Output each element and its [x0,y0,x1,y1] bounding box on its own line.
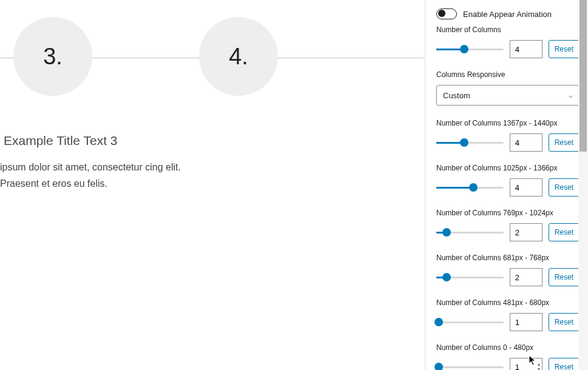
bp1-row: Reset [436,133,580,152]
bp5-row: Reset [436,313,580,331]
bp2-label: Number of Columns 1025px - 1366px [436,164,580,172]
num-columns-slider[interactable] [436,44,504,55]
editor-canvas: 3. 4. Example Title Text 3 ipsum dolor s… [0,0,425,370]
num-columns-row: Reset [436,40,580,58]
bp2-row: Reset [436,178,580,197]
enable-animation-label: Enable Appear Animation [463,10,552,19]
bp1-input[interactable] [510,133,542,152]
bp3-input[interactable] [510,223,542,241]
bp1-slider[interactable] [436,137,504,148]
bp1-reset[interactable]: Reset [549,133,580,152]
step-circle-4: 4. [199,17,278,96]
step-title: Example Title Text 3 [0,133,206,148]
bp6-slider[interactable] [436,362,504,370]
enable-animation-toggle[interactable] [436,8,457,19]
bp4-reset[interactable]: Reset [549,268,580,286]
num-columns-label: Number of Columns [436,25,580,34]
bp1-label: Number of Columns 1367px - 1440px [436,119,580,127]
bp2-reset[interactable]: Reset [549,178,580,197]
bp6-row: ▴▾ Reset [436,358,580,370]
bp4-label: Number of Columns 681px - 768px [436,254,580,262]
columns-responsive-label: Columns Responsive [436,70,580,79]
bp6-label: Number of Columns 0 - 480px [436,343,580,352]
bp4-input[interactable] [510,268,542,286]
scrollbar-track[interactable] [578,0,588,370]
bp5-slider[interactable] [436,317,504,328]
steps-row: 3. 4. [0,0,425,103]
step-description: ipsum dolor sit amet, consectetur cing e… [0,159,206,192]
num-columns-input[interactable] [510,40,542,58]
bp5-reset[interactable]: Reset [549,313,580,331]
bp3-reset[interactable]: Reset [549,223,580,241]
bp3-slider[interactable] [436,227,504,238]
bp4-row: Reset [436,268,580,286]
bp5-input[interactable] [510,313,542,331]
columns-responsive-select[interactable]: Custom ⌵ [436,85,580,106]
settings-sidebar: Enable Appear Animation Number of Column… [425,0,588,370]
bp3-label: Number of Columns 769px - 1024px [436,209,580,217]
bp6-reset[interactable]: Reset [549,358,580,370]
enable-animation-row: Enable Appear Animation [436,8,580,19]
bp4-slider[interactable] [436,272,504,283]
num-columns-reset[interactable]: Reset [549,40,580,58]
step-content: Example Title Text 3 ipsum dolor sit ame… [0,133,206,192]
spinner-icon[interactable]: ▴▾ [538,362,540,370]
step-circle-3: 3. [13,17,92,96]
scrollbar-thumb[interactable] [580,0,587,152]
bp5-label: Number of Columns 481px - 680px [436,298,580,307]
bp3-row: Reset [436,223,580,241]
bp2-input[interactable] [510,178,542,197]
columns-responsive-value: Custom [443,91,470,100]
chevron-down-icon: ⌵ [569,92,573,99]
bp2-slider[interactable] [436,182,504,193]
